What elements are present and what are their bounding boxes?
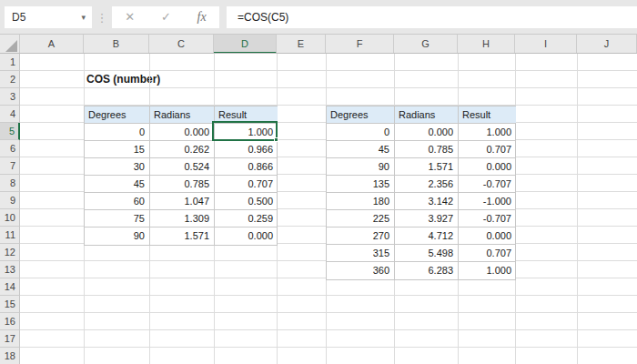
row-header-6[interactable]: 6 xyxy=(0,140,20,157)
table-cell[interactable]: 1.000 xyxy=(459,262,516,279)
excel-window: D5 ▾ ⋮ ✕ ✓ fx =COS(C5) COS (number) ABCD… xyxy=(0,0,637,364)
row-header-7[interactable]: 7 xyxy=(0,157,20,175)
row-header-11[interactable]: 11 xyxy=(0,227,20,244)
table-cell[interactable]: 360 xyxy=(327,262,395,279)
table-cell[interactable]: 0.259 xyxy=(215,210,278,228)
row-header-5[interactable]: 5 xyxy=(0,123,20,140)
table-cell[interactable]: 0.000 xyxy=(215,228,278,245)
table-cell[interactable]: 0.785 xyxy=(150,176,215,193)
column-header-J[interactable]: J xyxy=(577,35,637,54)
table-header-cell[interactable]: Degrees xyxy=(85,106,150,124)
row-header-17[interactable]: 17 xyxy=(0,330,20,348)
column-header-H[interactable]: H xyxy=(458,35,515,54)
row-header-9[interactable]: 9 xyxy=(0,192,20,209)
spreadsheet-grid: COS (number) ABCDEFGHIJ12345678910111213… xyxy=(0,35,637,364)
table-header-cell[interactable]: Degrees xyxy=(327,106,395,124)
table-cell[interactable]: 0.524 xyxy=(150,158,215,176)
column-header-D[interactable]: D xyxy=(214,35,277,54)
table-cell[interactable]: 90 xyxy=(85,228,150,245)
row-header-4[interactable]: 4 xyxy=(0,106,20,123)
table-cell[interactable]: 2.356 xyxy=(395,176,459,193)
table-cell[interactable]: 3.142 xyxy=(395,193,459,210)
formula-bar: D5 ▾ ⋮ ✕ ✓ fx =COS(C5) xyxy=(0,0,637,35)
table-cell[interactable]: 60 xyxy=(85,193,150,210)
enter-icon[interactable]: ✓ xyxy=(161,6,171,28)
table-cell[interactable]: 1.571 xyxy=(150,228,215,245)
table-cell[interactable]: 0.866 xyxy=(215,158,278,176)
column-header-E[interactable]: E xyxy=(277,35,326,54)
row-header-3[interactable]: 3 xyxy=(0,88,20,106)
table-cell[interactable]: -0.707 xyxy=(459,176,516,193)
table-cell[interactable]: 0.500 xyxy=(215,193,278,210)
gridline-horizontal xyxy=(20,70,637,71)
gridline-horizontal xyxy=(20,329,637,330)
row-header-15[interactable]: 15 xyxy=(0,296,20,313)
table-cell[interactable]: 45 xyxy=(85,176,150,193)
chevron-down-icon[interactable]: ▾ xyxy=(81,13,92,22)
gridline-horizontal xyxy=(20,87,637,88)
gridline-horizontal xyxy=(20,347,637,348)
table-cell[interactable]: 0.707 xyxy=(459,245,516,262)
table-cell[interactable]: 5.498 xyxy=(395,245,459,262)
table-cell[interactable]: -1.000 xyxy=(459,193,516,210)
table-cell[interactable]: 0.000 xyxy=(459,228,516,245)
table-cell[interactable]: 0.262 xyxy=(150,141,215,158)
row-header-13[interactable]: 13 xyxy=(0,261,20,278)
table-cell[interactable]: 15 xyxy=(85,141,150,158)
gridline-horizontal xyxy=(20,295,637,296)
table-cell[interactable]: 0.966 xyxy=(215,141,278,158)
column-header-C[interactable]: C xyxy=(149,35,214,54)
row-header-8[interactable]: 8 xyxy=(0,175,20,192)
table-cell[interactable]: 45 xyxy=(327,141,395,158)
table-cell[interactable]: 75 xyxy=(85,210,150,228)
cos-table-0-360: DegreesRadiansResult00.0001.000450.7850.… xyxy=(326,106,516,280)
row-header-10[interactable]: 10 xyxy=(0,209,20,227)
column-header-B[interactable]: B xyxy=(84,35,149,54)
table-cell[interactable]: 1.047 xyxy=(150,193,215,210)
formula-input[interactable]: =COS(C5) xyxy=(227,6,637,28)
row-header-18[interactable]: 18 xyxy=(0,348,20,364)
table-cell[interactable]: 135 xyxy=(327,176,395,193)
table-cell[interactable]: 0.785 xyxy=(395,141,459,158)
cancel-icon[interactable]: ✕ xyxy=(125,6,135,28)
row-header-1[interactable]: 1 xyxy=(0,54,20,71)
table-header-cell[interactable]: Radians xyxy=(395,106,459,124)
row-header-14[interactable]: 14 xyxy=(0,278,20,296)
table-cell[interactable]: 0 xyxy=(327,124,395,141)
insert-function-icon[interactable]: fx xyxy=(197,6,207,28)
table-cell[interactable]: 0.000 xyxy=(150,124,215,141)
table-cell[interactable]: 315 xyxy=(327,245,395,262)
formula-text: =COS(C5) xyxy=(227,11,288,24)
table-cell[interactable]: 6.283 xyxy=(395,262,459,279)
name-box-value: D5 xyxy=(5,11,81,24)
row-header-16[interactable]: 16 xyxy=(0,313,20,330)
table-cell[interactable]: 1.309 xyxy=(150,210,215,228)
header-divider xyxy=(0,53,637,54)
table-cell[interactable]: 0.000 xyxy=(459,158,516,176)
column-header-F[interactable]: F xyxy=(326,35,394,54)
table-cell[interactable]: -0.707 xyxy=(459,210,516,228)
table-cell[interactable]: 270 xyxy=(327,228,395,245)
table-cell[interactable]: 30 xyxy=(85,158,150,176)
row-header-12[interactable]: 12 xyxy=(0,244,20,261)
table-cell[interactable]: 0.707 xyxy=(215,176,278,193)
table-header-cell[interactable]: Radians xyxy=(150,106,215,124)
table-cell[interactable]: 1.000 xyxy=(459,124,516,141)
table-cell[interactable]: 4.712 xyxy=(395,228,459,245)
fill-handle[interactable] xyxy=(274,137,278,142)
table-cell[interactable]: 90 xyxy=(327,158,395,176)
name-box[interactable]: D5 ▾ xyxy=(5,6,92,28)
table-cell[interactable]: 0.707 xyxy=(459,141,516,158)
table-cell[interactable]: 0.000 xyxy=(395,124,459,141)
row-header-2[interactable]: 2 xyxy=(0,71,20,88)
column-header-A[interactable]: A xyxy=(20,35,84,54)
table-header-cell[interactable]: Result xyxy=(459,106,516,124)
select-all-corner[interactable] xyxy=(0,35,20,54)
column-header-I[interactable]: I xyxy=(515,35,577,54)
column-header-G[interactable]: G xyxy=(394,35,458,54)
table-cell[interactable]: 3.927 xyxy=(395,210,459,228)
table-cell[interactable]: 180 xyxy=(327,193,395,210)
table-cell[interactable]: 225 xyxy=(327,210,395,228)
table-cell[interactable]: 1.571 xyxy=(395,158,459,176)
table-cell[interactable]: 0 xyxy=(85,124,150,141)
